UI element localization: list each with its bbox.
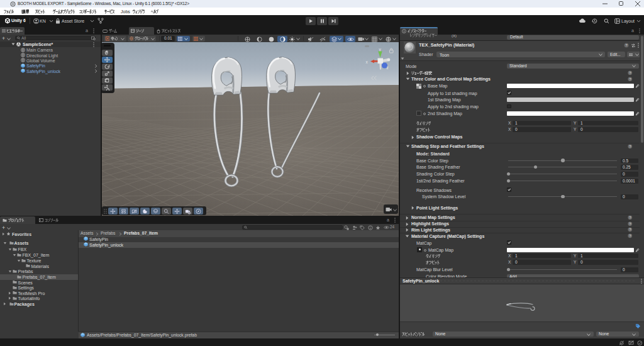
- svg-text:?: ?: [630, 228, 631, 232]
- svg-text:?: ?: [630, 221, 631, 225]
- svg-text:?: ?: [630, 77, 631, 81]
- svg-text:z: z: [387, 65, 389, 70]
- svg-text:?: ?: [630, 215, 631, 219]
- svg-text:?: ?: [626, 43, 628, 47]
- svg-text:?: ?: [630, 71, 631, 75]
- svg-text:?: ?: [630, 144, 631, 148]
- svg-text:?: ?: [630, 234, 631, 238]
